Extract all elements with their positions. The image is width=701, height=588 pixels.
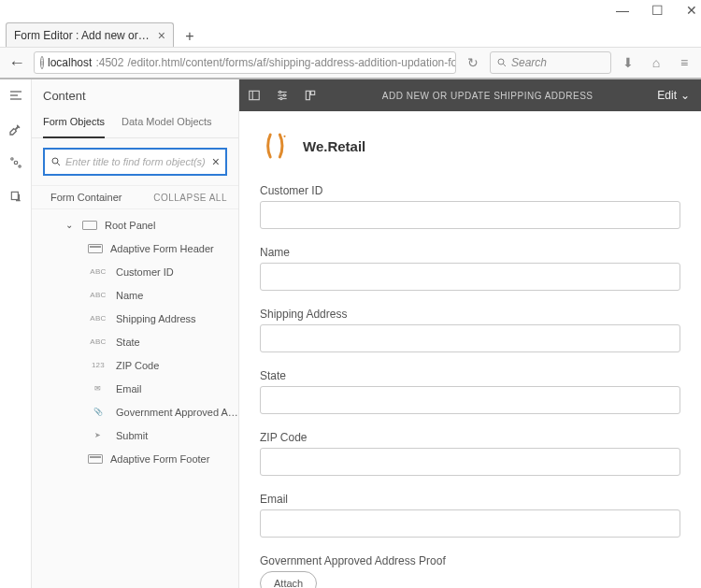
url-path: /editor.html/content/forms/af/shipping-a…: [127, 56, 456, 69]
label-zip: ZIP Code: [260, 431, 680, 444]
browser-tab-title: Form Editor : Add new or updat: [14, 29, 152, 42]
field-type-badge: ABC: [88, 291, 108, 299]
svg-rect-8: [11, 192, 18, 199]
svg-line-12: [57, 163, 60, 165]
label-customer-id: Customer ID: [260, 184, 680, 197]
canvas-title: ADD NEW OR UPDATE SHIPPING ADDRESS: [318, 91, 657, 101]
collapse-all-button[interactable]: COLLAPSE ALL: [153, 193, 227, 203]
header-icon: [88, 244, 103, 253]
label-state: State: [260, 369, 680, 382]
svg-point-23: [283, 136, 285, 137]
tree-item[interactable]: Adaptive Form Footer: [32, 447, 238, 470]
tab-close-icon[interactable]: ×: [158, 28, 165, 43]
field-type-badge: 123: [88, 361, 108, 369]
browser-search-placeholder: Search: [511, 56, 547, 69]
field-type-badge: ABC: [88, 337, 108, 346]
window-minimize[interactable]: —: [616, 3, 629, 18]
tree-item-label: ZIP Code: [116, 360, 238, 371]
submit-icon: ➤: [88, 431, 108, 439]
svg-line-1: [503, 64, 506, 66]
input-name[interactable]: [260, 263, 680, 291]
url-port: :4502: [95, 56, 123, 69]
field-type-badge: ABC: [88, 267, 108, 276]
tree-item-label: Adaptive Form Footer: [110, 453, 238, 465]
input-shipping-address[interactable]: [260, 324, 680, 352]
clear-search-icon[interactable]: ×: [212, 154, 220, 169]
edit-mode-label: Edit: [657, 89, 677, 102]
tree-item[interactable]: 123ZIP Code: [32, 353, 238, 377]
downloads-button[interactable]: ⬇: [617, 51, 639, 74]
content-sidebar: Content Form Objects Data Model Objects …: [32, 79, 239, 588]
sliders-icon[interactable]: [275, 88, 290, 103]
back-button[interactable]: ←: [6, 51, 28, 74]
window-close[interactable]: ✕: [686, 3, 697, 18]
tree-item[interactable]: ✉Email: [32, 377, 238, 400]
browser-search[interactable]: Search: [490, 51, 611, 74]
chevron-down-icon: ⌄: [680, 89, 690, 102]
attach-button[interactable]: Attach: [260, 571, 317, 588]
field-type-badge: ABC: [88, 314, 108, 323]
brand-header: We.Retail: [260, 126, 680, 184]
svg-point-6: [10, 158, 12, 160]
brand-logo: [260, 130, 293, 162]
tree-item-label: Submit: [116, 430, 238, 441]
site-info-icon[interactable]: i: [40, 56, 44, 69]
input-state[interactable]: [260, 386, 680, 414]
root-panel-label: Root Panel: [105, 220, 238, 231]
tree-root-panel[interactable]: ⌄ Root Panel: [32, 213, 238, 237]
home-button[interactable]: ⌂: [645, 51, 667, 74]
svg-point-0: [498, 59, 504, 65]
tree-item[interactable]: ABCCustomer ID: [32, 260, 238, 283]
canvas-toolbar: ADD NEW OR UPDATE SHIPPING ADDRESS Edit …: [239, 79, 701, 111]
tree-item-label: State: [116, 337, 238, 348]
mode-selector[interactable]: Edit ⌄: [657, 89, 694, 102]
tree-item[interactable]: ABCName: [32, 283, 238, 307]
input-email[interactable]: [260, 509, 680, 538]
tab-data-model-objects[interactable]: Data Model Objects: [122, 108, 212, 137]
tree-item-label: Shipping Address: [116, 313, 238, 324]
tree-item[interactable]: ➤Submit: [32, 423, 238, 447]
browser-tab[interactable]: Form Editor : Add new or updat ×: [6, 22, 174, 47]
tree-item[interactable]: Adaptive Form Header: [32, 237, 238, 260]
reload-button[interactable]: ↻: [462, 51, 484, 74]
input-customer-id[interactable]: [260, 201, 680, 229]
header-icon: [88, 454, 103, 464]
search-icon: [496, 57, 508, 68]
url-field[interactable]: i localhost:4502/editor.html/content/for…: [34, 51, 456, 74]
left-rail: [0, 79, 32, 588]
side-panel-icon[interactable]: [247, 88, 262, 103]
window-maximize[interactable]: ☐: [651, 3, 664, 18]
label-name: Name: [260, 246, 680, 259]
sidebar-title: Content: [32, 79, 238, 108]
components-icon[interactable]: [7, 154, 24, 171]
tab-form-objects[interactable]: Form Objects: [43, 108, 105, 138]
search-icon: [50, 156, 62, 167]
attachment-icon: 📎: [88, 408, 108, 416]
new-tab-button[interactable]: +: [178, 26, 202, 47]
svg-point-11: [52, 158, 58, 164]
tree-item[interactable]: ABCState: [32, 330, 238, 353]
form-object-search[interactable]: ×: [43, 148, 227, 176]
svg-point-18: [279, 91, 281, 93]
form-container-label: Form Container: [50, 192, 122, 203]
assets-icon[interactable]: [7, 188, 24, 205]
menu-button[interactable]: ≡: [673, 51, 695, 74]
form-tree: ⌄ Root Panel Adaptive Form HeaderABCCust…: [32, 209, 238, 474]
tree-item-label: Email: [116, 383, 238, 394]
wrench-icon[interactable]: [7, 121, 24, 137]
svg-rect-21: [306, 91, 309, 99]
chevron-down-icon[interactable]: ⌄: [65, 220, 75, 230]
tree-item-label: Adaptive Form Header: [110, 243, 238, 254]
svg-rect-13: [250, 91, 260, 99]
input-zip[interactable]: [260, 448, 680, 476]
svg-point-5: [14, 161, 18, 165]
rail-toggle-icon[interactable]: [7, 87, 24, 104]
svg-point-20: [280, 97, 282, 99]
tree-item[interactable]: 📎Government Approved Address P...: [32, 400, 238, 423]
label-email: Email: [260, 493, 680, 506]
tree-item[interactable]: ABCShipping Address: [32, 307, 238, 330]
form-object-search-input[interactable]: [65, 156, 208, 167]
layout-icon[interactable]: [303, 88, 318, 103]
url-host: localhost: [48, 56, 92, 69]
tree-item-label: Customer ID: [116, 266, 238, 278]
